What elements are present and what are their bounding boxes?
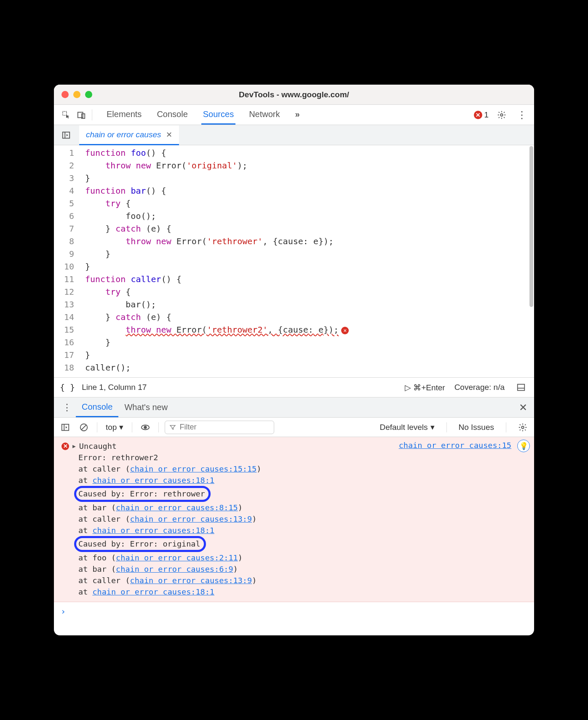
tabs-overflow-button[interactable]: » [294,105,302,124]
code-line[interactable]: } catch (e) { [85,311,349,323]
scrollbar-thumb[interactable] [529,146,533,307]
device-toolbar-icon[interactable] [74,108,88,122]
console-settings-icon[interactable] [516,420,530,435]
stack-frame: at foo (chain or error causes:2:11) [61,552,529,563]
error-icon: ✕ [474,111,482,119]
svg-rect-6 [518,384,525,391]
inline-error-icon[interactable]: ✕ [341,327,349,334]
tab-network[interactable]: Network [247,105,281,124]
source-link[interactable]: chain or error causes:18:1 [92,476,214,485]
dock-side-icon[interactable] [514,380,528,395]
stack-frame: at caller (chain or error causes:15:15) [61,463,529,475]
context-selector[interactable]: top ▾ [103,422,126,432]
filter-placeholder: Filter [179,423,196,432]
line-number: 9 [54,248,74,260]
run-snippet-button[interactable]: ▷ ⌘+Enter [405,383,445,392]
line-number: 16 [54,336,74,349]
error-head: Uncaught [79,440,117,452]
log-levels-selector[interactable]: Default levels ▾ [377,422,437,432]
source-link[interactable]: chain or error causes:8:15 [116,503,238,512]
code-line[interactable]: try { [85,197,349,210]
clear-console-icon[interactable] [77,420,91,435]
error-count-badge[interactable]: ✕ 1 [474,110,489,120]
cause-highlight: Caused by: Error: original [74,536,206,552]
code-line[interactable]: foo(); [85,210,349,222]
console-sidebar-toggle-icon[interactable] [58,420,72,435]
line-number: 13 [54,298,74,311]
source-link[interactable]: chain or error causes:18:1 [92,526,214,535]
code-line[interactable]: } [85,349,349,361]
separator [446,422,447,432]
drawer-menu-icon[interactable]: ⋮ [58,402,76,413]
stack-frame: at chain or error causes:18:1 [61,525,529,536]
code-editor[interactable]: 123456789101112131415161718 function foo… [54,145,534,377]
expand-toggle-icon[interactable]: ▶ [72,440,76,452]
drawer-tab-console[interactable]: Console [76,398,118,417]
code-line[interactable]: bar(); [85,298,349,311]
code-line[interactable]: try { [85,285,349,298]
svg-line-11 [82,425,86,429]
stack-frame: at chain or error causes:18:1 [61,475,529,486]
file-tab[interactable]: chain or error causes ✕ [79,125,179,145]
navigator-toggle-icon[interactable] [59,128,73,142]
code-line[interactable]: throw new Error('rethrower2', {cause: e}… [85,323,349,336]
source-link[interactable]: chain or error causes:15:15 [130,464,257,473]
code-line[interactable]: function bar() { [85,184,349,197]
source-link[interactable]: chain or error causes:18:1 [92,587,214,596]
line-number: 8 [54,235,74,248]
code-line[interactable]: throw new Error('original'); [85,159,349,172]
filter-input[interactable]: Filter [165,421,274,434]
error-icon: ✕ [61,443,69,450]
code-line[interactable]: } [85,248,349,260]
drawer-tab-whatsnew[interactable]: What's new [118,398,174,416]
run-shortcut-label: ⌘+Enter [413,383,445,392]
source-link[interactable]: chain or error causes:13:9 [130,515,252,523]
inspect-element-icon[interactable] [59,108,73,122]
ai-lightbulb-icon[interactable]: 💡 [517,440,530,452]
settings-icon[interactable] [494,108,509,122]
close-window-button[interactable] [61,91,69,98]
panel-tabs: Elements Console Sources Network » [105,105,302,124]
source-link[interactable]: chain or error causes:2:11 [116,553,238,562]
pretty-print-icon[interactable]: { } [60,382,75,392]
coverage-label: Coverage: n/a [454,383,505,392]
minimize-window-button[interactable] [73,91,80,98]
live-expression-icon[interactable] [138,420,152,435]
editor-statusbar: { } Line 1, Column 17 ▷ ⌘+Enter Coverage… [54,377,534,397]
stack-frame: at bar (chain or error causes:8:15) [61,502,529,513]
line-number: 14 [54,311,74,323]
sources-tabbar: chain or error causes ✕ [54,125,534,145]
line-number: 3 [54,172,74,184]
tab-console[interactable]: Console [155,105,189,124]
source-link[interactable]: chain or error causes:13:9 [130,576,252,585]
devtools-window: DevTools - www.google.com/ Elements Cons… [54,85,534,635]
console-message-error: chain or error causes:15 💡 ✕ ▶ Uncaught … [54,437,534,602]
code-line[interactable]: function caller() { [85,273,349,285]
drawer-close-icon[interactable]: ✕ [516,402,530,413]
svg-point-3 [500,114,503,116]
code-line[interactable]: } [85,172,349,184]
code-line[interactable]: } catch (e) { [85,222,349,235]
line-number: 4 [54,184,74,197]
code-content[interactable]: function foo() { throw new Error('origin… [80,147,349,374]
message-source-link[interactable]: chain or error causes:15 [399,440,511,451]
console-toolbar: top ▾ Filter Default levels ▾ No Issues [54,418,534,437]
line-number-gutter: 123456789101112131415161718 [54,147,80,374]
line-number: 5 [54,197,74,210]
code-line[interactable]: throw new Error('rethrower', {cause: e})… [85,235,349,248]
tab-elements[interactable]: Elements [105,105,143,124]
issues-button[interactable]: No Issues [456,423,497,432]
filter-icon [169,424,176,431]
close-file-tab-icon[interactable]: ✕ [166,130,172,139]
tab-sources[interactable]: Sources [201,105,235,125]
maximize-window-button[interactable] [85,91,92,98]
stack-trace: Error: rethrower2 at caller (chain or er… [61,452,529,597]
console-prompt[interactable]: › [54,602,534,621]
code-line[interactable]: } [85,260,349,273]
line-number: 1 [54,147,74,159]
code-line[interactable]: function foo() { [85,147,349,159]
code-line[interactable]: caller(); [85,361,349,374]
source-link[interactable]: chain or error causes:6:9 [116,565,233,573]
code-line[interactable]: } [85,336,349,349]
kebab-menu-icon[interactable]: ⋮ [515,108,529,122]
